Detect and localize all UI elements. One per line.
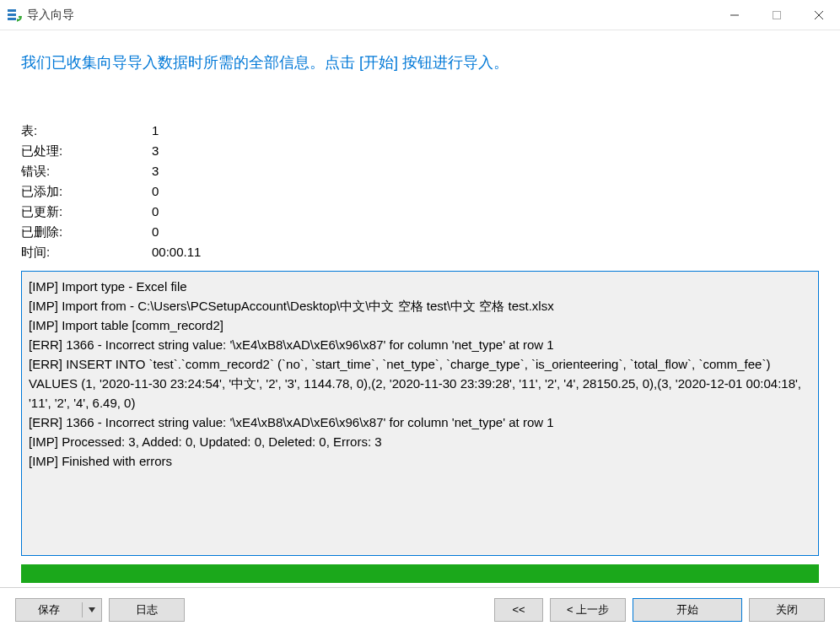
stats-label: 错误: <box>21 161 152 181</box>
log-line: [IMP] Processed: 3, Added: 0, Updated: 0… <box>29 432 811 451</box>
app-icon <box>7 8 22 23</box>
log-line: [ERR] INSERT INTO `test`.`comm_record2` … <box>29 354 811 413</box>
stats-label: 已更新: <box>21 202 152 222</box>
maximize-button[interactable] <box>756 0 798 30</box>
stats-value: 0 <box>152 222 819 242</box>
stats-value: 3 <box>152 141 819 161</box>
stats-value: 1 <box>152 121 819 141</box>
stats-value: 00:00.11 <box>152 242 819 262</box>
svg-rect-1 <box>8 13 16 16</box>
log-button[interactable]: 日志 <box>109 598 185 622</box>
dropdown-arrow-icon[interactable] <box>83 607 101 612</box>
log-line: [IMP] Import from - C:\Users\PCSetupAcco… <box>29 296 811 316</box>
stats-value: 0 <box>152 181 819 202</box>
stats-row-time: 时间: 00:00.11 <box>21 242 819 262</box>
progress-bar <box>21 564 819 583</box>
title-bar: 导入向导 <box>0 0 840 30</box>
window-title: 导入向导 <box>27 8 74 23</box>
stats-row-processed: 已处理: 3 <box>21 141 819 161</box>
stats-row-errors: 错误: 3 <box>21 161 819 181</box>
save-button[interactable]: 保存 <box>15 598 102 622</box>
log-line: [IMP] Import type - Excel file <box>29 277 811 296</box>
log-line: [IMP] Finished with errors <box>29 451 811 471</box>
stats-row-deleted: 已删除: 0 <box>21 222 819 242</box>
stats-label: 已删除: <box>21 222 152 242</box>
stats-label: 已处理: <box>21 141 152 161</box>
stats-row-table: 表: 1 <box>21 121 819 141</box>
stats-row-updated: 已更新: 0 <box>21 202 819 222</box>
stats-label: 时间: <box>21 242 152 262</box>
content-area: 我们已收集向导导入数据时所需的全部信息。点击 [开始] 按钮进行导入。 表: 1… <box>0 30 840 587</box>
svg-rect-2 <box>8 18 16 20</box>
log-line: [ERR] 1366 - Incorrect string value: '\x… <box>29 335 811 354</box>
close-dialog-button[interactable]: 关闭 <box>749 598 825 622</box>
footer: 保存 日志 << < 上一步 开始 关闭 <box>0 587 840 631</box>
stats-table: 表: 1 已处理: 3 错误: 3 已添加: 0 已更新: 0 已删除: 0 时… <box>21 121 819 262</box>
stats-label: 表: <box>21 121 152 141</box>
previous-button[interactable]: < 上一步 <box>550 598 626 622</box>
window-controls <box>713 0 840 30</box>
save-button-label: 保存 <box>16 602 83 618</box>
svg-rect-0 <box>8 9 16 12</box>
log-textarea[interactable]: [IMP] Import type - Excel file [IMP] Imp… <box>21 271 819 556</box>
first-page-button[interactable]: << <box>494 598 543 622</box>
start-button[interactable]: 开始 <box>633 598 742 622</box>
titlebar-left: 导入向导 <box>7 8 74 23</box>
stats-row-added: 已添加: 0 <box>21 181 819 202</box>
stats-value: 3 <box>152 161 819 181</box>
stats-label: 已添加: <box>21 181 152 202</box>
svg-rect-4 <box>773 11 781 19</box>
minimize-button[interactable] <box>713 0 756 30</box>
close-button[interactable] <box>798 0 840 30</box>
log-line: [ERR] 1366 - Incorrect string value: '\x… <box>29 413 811 432</box>
stats-value: 0 <box>152 202 819 222</box>
log-line: [IMP] Import table [comm_record2] <box>29 316 811 335</box>
page-instruction: 我们已收集向导导入数据时所需的全部信息。点击 [开始] 按钮进行导入。 <box>21 51 819 74</box>
